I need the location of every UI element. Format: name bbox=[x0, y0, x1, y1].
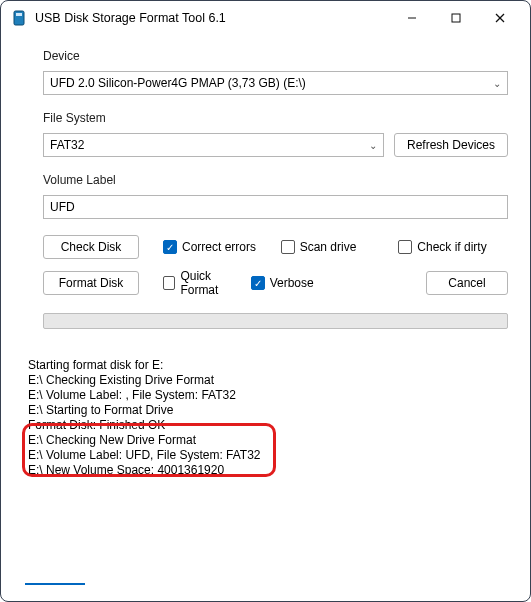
checkbox-icon: ✓ bbox=[251, 276, 265, 290]
maximize-button[interactable] bbox=[434, 3, 478, 33]
minimize-button[interactable] bbox=[390, 3, 434, 33]
checkbox-label: Verbose bbox=[270, 276, 314, 290]
verbose-checkbox[interactable]: ✓ Verbose bbox=[251, 276, 331, 290]
volume-label-label: Volume Label bbox=[43, 173, 508, 187]
refresh-devices-button[interactable]: Refresh Devices bbox=[394, 133, 508, 157]
log-line: E:\ Checking New Drive Format bbox=[28, 433, 518, 448]
log-line: E:\ Starting to Format Drive bbox=[28, 403, 518, 418]
log-line: Format Disk: Finished OK bbox=[28, 418, 518, 433]
checkbox-label: Scan drive bbox=[300, 240, 357, 254]
window-title: USB Disk Storage Format Tool 6.1 bbox=[35, 11, 390, 25]
main-panel: Device UFD 2.0 Silicon-Power4G PMAP (3,7… bbox=[1, 35, 530, 515]
checkbox-label: Quick Format bbox=[180, 269, 242, 297]
log-output: Starting format disk for E: E:\ Checking… bbox=[23, 355, 523, 505]
log-line: E:\ Volume Label: UFD, File System: FAT3… bbox=[28, 448, 518, 463]
checkbox-label: Correct errors bbox=[182, 240, 256, 254]
titlebar: USB Disk Storage Format Tool 6.1 bbox=[1, 1, 530, 35]
log-line: Starting format disk for E: bbox=[28, 358, 518, 373]
device-select-value: UFD 2.0 Silicon-Power4G PMAP (3,73 GB) (… bbox=[50, 76, 306, 90]
format-disk-button[interactable]: Format Disk bbox=[43, 271, 139, 295]
checkbox-icon: ✓ bbox=[163, 240, 177, 254]
scan-drive-checkbox[interactable]: Scan drive bbox=[281, 240, 391, 254]
svg-rect-3 bbox=[452, 14, 460, 22]
volume-label-value: UFD bbox=[50, 200, 75, 214]
close-button[interactable] bbox=[478, 3, 522, 33]
filesystem-select-value: FAT32 bbox=[50, 138, 84, 152]
volume-label-input[interactable]: UFD bbox=[43, 195, 508, 219]
check-disk-button[interactable]: Check Disk bbox=[43, 235, 139, 259]
checkbox-icon bbox=[281, 240, 295, 254]
check-if-dirty-checkbox[interactable]: Check if dirty bbox=[398, 240, 508, 254]
filesystem-label: File System bbox=[43, 111, 508, 125]
bottom-accent bbox=[25, 583, 506, 585]
checkbox-icon bbox=[398, 240, 412, 254]
log-line: E:\ New Volume Space: 4001361920 bbox=[28, 463, 518, 478]
app-icon bbox=[11, 10, 27, 26]
quick-format-checkbox[interactable]: Quick Format bbox=[163, 269, 243, 297]
chevron-down-icon: ⌄ bbox=[369, 140, 377, 151]
log-line: E:\ Checking Existing Drive Format bbox=[28, 373, 518, 388]
checkbox-label: Check if dirty bbox=[417, 240, 486, 254]
correct-errors-checkbox[interactable]: ✓ Correct errors bbox=[163, 240, 273, 254]
log-line: E:\ Volume Label: , File System: FAT32 bbox=[28, 388, 518, 403]
device-label: Device bbox=[43, 49, 508, 63]
progress-bar bbox=[43, 313, 508, 329]
svg-rect-1 bbox=[16, 13, 22, 16]
cancel-button[interactable]: Cancel bbox=[426, 271, 508, 295]
device-select[interactable]: UFD 2.0 Silicon-Power4G PMAP (3,73 GB) (… bbox=[43, 71, 508, 95]
checkbox-icon bbox=[163, 276, 175, 290]
filesystem-select[interactable]: FAT32 ⌄ bbox=[43, 133, 384, 157]
chevron-down-icon: ⌄ bbox=[493, 78, 501, 89]
